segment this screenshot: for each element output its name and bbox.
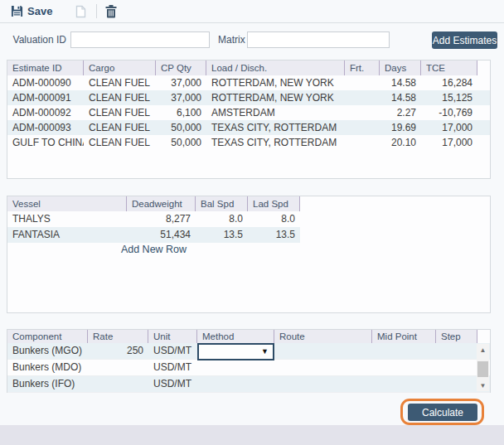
days-cell: 14.58: [380, 75, 421, 90]
vessel-name-cell: THALYS: [7, 211, 127, 227]
column-header[interactable]: Vessel: [7, 196, 127, 211]
mid-point-cell: [372, 343, 436, 359]
row-filler: [477, 105, 490, 120]
column-header[interactable]: CP Qty: [156, 60, 206, 75]
column-header[interactable]: Route: [274, 330, 372, 343]
tce-cell: 17,000: [421, 120, 477, 135]
route-cell: [274, 376, 372, 392]
matrix-input[interactable]: [247, 31, 390, 48]
table-row[interactable]: ADM-000090 CLEAN FUEL 37,000 ROTTERDAM, …: [7, 75, 490, 90]
table-row[interactable]: FANTASIA 51,434 13.5 13.5: [7, 227, 300, 243]
estimate-id-cell: ADM-000093: [7, 120, 84, 135]
row-filler: [477, 120, 490, 135]
table-row[interactable]: ADM-000093 CLEAN FUEL 50,000 TEXAS CITY,…: [7, 120, 490, 135]
calculate-button[interactable]: Calculate: [408, 404, 477, 421]
scrollbar-thumb[interactable]: [477, 361, 488, 377]
add-estimates-button[interactable]: Add Estimates: [432, 31, 497, 49]
scroll-up-arrow-icon[interactable]: ▲: [477, 344, 489, 356]
method-dropdown[interactable]: ▼: [197, 343, 274, 360]
column-header[interactable]: Unit: [148, 330, 197, 343]
table-row[interactable]: Bunkers (MDO) USD/MT: [7, 360, 490, 376]
delete-button[interactable]: [105, 5, 117, 18]
column-header[interactable]: Component: [7, 330, 88, 343]
method-cell: [197, 360, 274, 375]
copy-document-button[interactable]: [75, 5, 86, 18]
vessels-panel: Vessel Deadweight Bal Spd Lad Spd THALYS…: [7, 196, 491, 313]
column-header[interactable]: Step: [436, 330, 477, 343]
load-disch-cell: ROTTERDAM, NEW YORK: [206, 75, 345, 90]
column-header[interactable]: Frt.: [345, 60, 380, 75]
step-cell: [436, 343, 477, 359]
table-row[interactable]: Bunkers (IFO) USD/MT: [7, 376, 490, 393]
tce-cell: 15,125: [421, 90, 477, 105]
column-header[interactable]: Bal Spd: [196, 196, 248, 211]
tce-cell: 17,000: [421, 135, 477, 150]
filter-bar: Valuation ID Matrix Add Estimates: [0, 31, 504, 50]
valuation-id-label: Valuation ID: [0, 31, 66, 48]
column-header[interactable]: Days: [380, 60, 421, 75]
component-cell: Bunkers (MGO): [7, 343, 88, 359]
cargo-cell: CLEAN FUEL: [84, 135, 156, 150]
estimates-header-row: Estimate ID Cargo CP Qty Load / Disch. F…: [7, 60, 490, 75]
row-filler: [477, 135, 490, 150]
column-header[interactable]: Deadweight: [127, 196, 196, 211]
save-button[interactable]: Save: [11, 5, 52, 17]
days-cell: 19.69: [380, 120, 421, 135]
row-filler: [477, 90, 490, 105]
cp-qty-cell: 50,000: [156, 135, 206, 150]
estimates-panel: Estimate ID Cargo CP Qty Load / Disch. F…: [7, 60, 491, 179]
toolbar-divider: [96, 4, 97, 18]
unit-cell: USD/MT: [148, 376, 197, 392]
route-cell: [274, 360, 372, 375]
footer-bar: [0, 425, 504, 445]
matrix-label: Matrix: [218, 31, 245, 48]
table-row[interactable]: THALYS 8,277 8.0 8.0: [7, 211, 300, 227]
column-header[interactable]: Cargo: [84, 60, 156, 75]
header-filler: [477, 60, 490, 75]
table-row[interactable]: GULF TO CHINA CLEAN FUEL 50,000 TEXAS CI…: [7, 135, 490, 150]
column-header[interactable]: Estimate ID: [7, 60, 84, 75]
trash-icon: [105, 5, 117, 18]
chevron-down-icon: ▼: [261, 348, 269, 356]
frt-cell: [345, 120, 380, 135]
valuation-id-input[interactable]: [70, 31, 210, 48]
column-header[interactable]: Method: [197, 330, 274, 343]
column-header[interactable]: Load / Disch.: [206, 60, 345, 75]
unit-cell: USD/MT: [148, 360, 197, 375]
days-cell: 14.58: [380, 90, 421, 105]
mid-point-cell: [372, 360, 436, 375]
vertical-scrollbar[interactable]: ▲ ▼: [477, 344, 489, 391]
rate-cell: [88, 376, 148, 392]
components-header-row: Component Rate Unit Method Route Mid Poi…: [7, 330, 490, 343]
method-cell: [197, 376, 274, 392]
column-header[interactable]: Lad Spd: [248, 196, 300, 211]
lad-spd-cell: 13.5: [248, 227, 300, 243]
cp-qty-cell: 50,000: [156, 120, 206, 135]
step-cell: [436, 376, 477, 392]
estimate-id-cell: ADM-000091: [7, 90, 84, 105]
table-row[interactable]: ADM-000092 CLEAN FUEL 6,100 AMSTERDAM 2.…: [7, 105, 490, 120]
cargo-cell: CLEAN FUEL: [84, 120, 156, 135]
deadweight-cell: 51,434: [127, 227, 196, 243]
cp-qty-cell: 37,000: [156, 90, 206, 105]
column-header[interactable]: Mid Point: [372, 330, 436, 343]
valuation-window: Save Valuation ID Matrix Add Estimates: [0, 0, 504, 445]
tce-cell: -10,769: [421, 105, 477, 120]
row-filler: [477, 75, 490, 90]
column-header[interactable]: Rate: [88, 330, 148, 343]
estimate-id-cell: ADM-000090: [7, 75, 84, 90]
document-icon: [75, 5, 86, 18]
column-header[interactable]: TCE: [421, 60, 477, 75]
vessels-header-row: Vessel Deadweight Bal Spd Lad Spd: [7, 196, 300, 211]
table-row[interactable]: ADM-000091 CLEAN FUEL 37,000 ROTTERDAM, …: [7, 90, 490, 105]
vessel-name-cell: FANTASIA: [7, 227, 127, 243]
cargo-cell: CLEAN FUEL: [84, 90, 156, 105]
header-filler: [477, 330, 490, 343]
scroll-down-arrow-icon[interactable]: ▼: [477, 380, 489, 391]
add-new-row-link[interactable]: Add New Row: [7, 243, 300, 257]
step-cell: [436, 360, 477, 375]
table-row[interactable]: Bunkers (MGO) 250 USD/MT ▼: [7, 343, 490, 360]
cp-qty-cell: 37,000: [156, 75, 206, 90]
frt-cell: [345, 135, 380, 150]
load-disch-cell: TEXAS CITY, ROTTERDAM: [206, 120, 345, 135]
